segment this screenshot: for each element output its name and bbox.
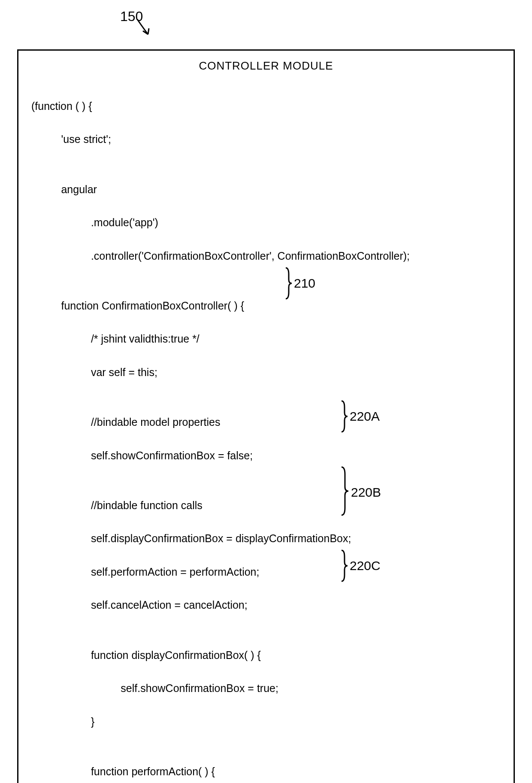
arrow-icon [135,17,161,43]
code-line: self.performAction = performAction; [31,564,501,580]
code-line: .module('app') [31,214,501,231]
code-block: (function ( ) { 'use strict'; angular .m… [31,81,501,783]
code-line: 'use strict'; [31,131,501,148]
code-line: //bindable model properties [31,414,501,431]
code-line: .controller('ConfirmationBoxController',… [31,248,501,264]
brace-icon [340,466,350,516]
code-line: var self = this; [31,364,501,381]
code-line: angular [31,181,501,198]
code-line: (function ( ) { [31,98,501,115]
code-line: self.cancelAction = cancelAction; [31,597,501,613]
code-line: self.showConfirmationBox = false; [31,447,501,464]
brace-icon [340,549,349,583]
brace-icon [340,400,349,433]
code-line: function displayConfirmationBox( ) { [31,647,501,664]
code-line: self.displayConfirmationBox = displayCon… [31,530,501,547]
brace-icon [284,267,293,300]
callout-220c: 220C [350,556,381,576]
code-line: function performAction( ) { [31,763,501,780]
callout-210: 210 [294,273,315,294]
code-line: self.showConfirmationBox = true; [31,680,501,697]
callout-220b: 220B [351,483,381,503]
code-line: } [31,713,501,730]
box-title: CONTROLLER MODULE [31,59,501,73]
code-line: function ConfirmationBoxController( ) { [31,297,501,314]
code-line: /* jshint validthis:true */ [31,331,501,347]
callout-220a: 220A [350,407,380,427]
code-line: //bindable function calls [31,497,501,514]
controller-module-box: CONTROLLER MODULE (function ( ) { 'use s… [17,49,515,783]
